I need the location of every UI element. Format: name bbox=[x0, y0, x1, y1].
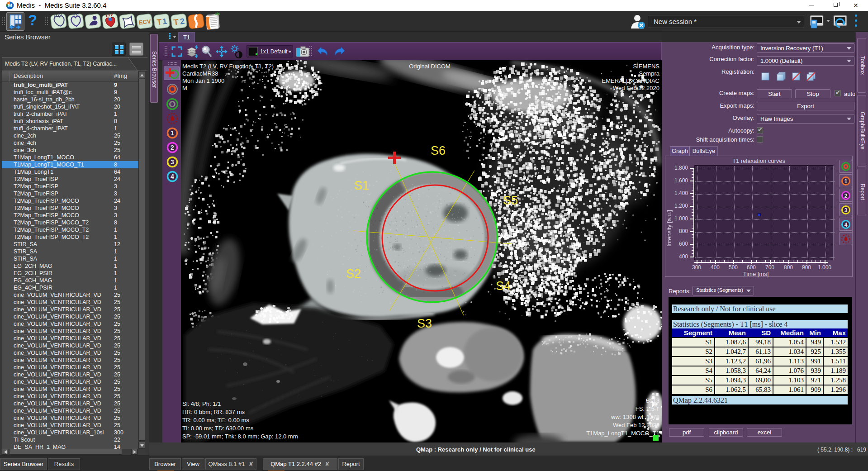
svg-text:3: 3 bbox=[844, 207, 848, 214]
svg-text:1: 1 bbox=[171, 129, 174, 137]
svg-text:M: M bbox=[8, 3, 12, 8]
svg-text:4: 4 bbox=[171, 173, 174, 180]
svg-text:2: 2 bbox=[844, 193, 848, 199]
svg-text:1: 1 bbox=[844, 178, 848, 185]
svg-text:3: 3 bbox=[171, 158, 174, 166]
svg-text:2: 2 bbox=[171, 144, 174, 151]
svg-text:4: 4 bbox=[844, 222, 848, 228]
svg-text:xls: xls bbox=[215, 12, 220, 16]
